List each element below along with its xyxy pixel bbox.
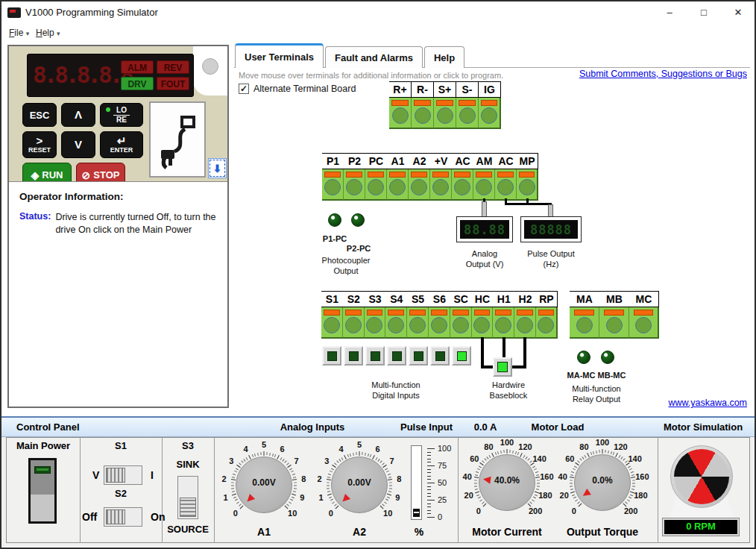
menu-file[interactable]: File ▾ (6, 26, 32, 40)
terminal-socket[interactable] (365, 307, 386, 339)
terminal[interactable]: AC (452, 153, 473, 201)
terminal[interactable]: H2 (514, 291, 536, 339)
close-button[interactable]: ✕ (722, 1, 755, 24)
up-arrow-key[interactable]: Λ (61, 103, 95, 127)
tab[interactable]: Help (424, 46, 464, 68)
slider-track[interactable] (411, 445, 422, 520)
tab[interactable]: User Terminals (235, 43, 324, 68)
terminal-socket[interactable] (517, 169, 538, 201)
terminal-socket[interactable] (495, 169, 517, 201)
feedback-link[interactable]: Submit Comments, Suggestions or Bugs (579, 69, 747, 79)
pulse-input-slider[interactable]: 1007550250 (411, 445, 463, 520)
terminal[interactable]: A2 (409, 153, 430, 201)
digital-input-button[interactable] (409, 346, 428, 366)
terminal-socket[interactable] (434, 98, 456, 129)
terminal-socket[interactable] (387, 169, 409, 201)
terminal-socket[interactable] (344, 169, 365, 201)
mb-mc-led[interactable] (601, 351, 614, 364)
terminal[interactable]: MB (599, 291, 629, 339)
s3-switch-handle[interactable] (180, 498, 196, 517)
s2-switch-handle[interactable] (106, 509, 125, 524)
terminal[interactable]: HC (472, 291, 494, 339)
pulse-output-display[interactable]: 88888 (520, 216, 582, 242)
digital-input-button[interactable] (365, 346, 385, 366)
menu-help[interactable]: Help ▾ (33, 26, 63, 40)
terminal[interactable]: MP (517, 153, 538, 201)
down-arrow-key[interactable]: V (61, 131, 95, 158)
terminal[interactable]: S+ (434, 81, 456, 129)
terminal[interactable]: S- (456, 81, 479, 129)
lo-re-key[interactable]: LORE (100, 103, 143, 127)
digital-input-button[interactable] (430, 346, 450, 366)
terminal[interactable]: P2 (344, 153, 365, 201)
motor-current-knob[interactable]: 40.0% 020406080100120140160180200 (459, 441, 555, 526)
tab[interactable]: Fault and Alarms (325, 46, 423, 68)
esc-key[interactable]: ESC (22, 103, 57, 127)
ma-mc-led[interactable] (577, 351, 590, 364)
s1-switch-handle[interactable] (106, 468, 125, 483)
terminal[interactable]: SC (450, 291, 472, 339)
terminal[interactable]: P1 (322, 153, 344, 201)
maximize-button[interactable]: □ (687, 1, 720, 24)
output-torque-knob[interactable]: 0.0% 020406080100120140160180200 (554, 441, 651, 526)
terminal[interactable]: S4 (385, 291, 407, 339)
terminal-socket[interactable] (570, 307, 599, 339)
digital-input-button[interactable] (387, 346, 406, 366)
reset-key[interactable]: >RESET (22, 131, 57, 158)
terminal[interactable]: R+ (389, 81, 412, 129)
stop-key[interactable]: ⊘STOP (76, 163, 125, 182)
digital-input-button[interactable] (344, 346, 363, 366)
main-power-switch[interactable] (28, 458, 57, 524)
terminal-socket[interactable] (629, 307, 659, 339)
terminal[interactable]: RP (536, 291, 558, 339)
terminal-socket[interactable] (479, 98, 501, 129)
minimize-button[interactable]: – (653, 1, 686, 24)
detach-operator-button[interactable]: ⬇ (208, 158, 227, 178)
terminal-socket[interactable] (536, 307, 558, 339)
baseblock-button[interactable] (493, 357, 512, 377)
terminal-socket[interactable] (321, 307, 343, 339)
terminal-socket[interactable] (389, 98, 412, 129)
terminal[interactable]: H1 (493, 291, 514, 339)
terminal[interactable]: AM (473, 153, 495, 201)
analog-output-display[interactable]: 88.88 (456, 216, 513, 242)
title-bar[interactable]: V1000 Programming Simulator – □ ✕ (1, 1, 755, 24)
terminal-socket[interactable] (407, 307, 429, 339)
a1-knob[interactable]: 0.00V 012345678910 (215, 443, 312, 528)
slider-handle[interactable] (413, 509, 420, 517)
terminal-socket[interactable] (409, 169, 430, 201)
a2-knob[interactable]: 0.00V 012345678910 (311, 443, 408, 528)
terminal[interactable]: S2 (343, 291, 365, 339)
terminal-socket[interactable] (599, 307, 629, 339)
terminal[interactable]: MA (570, 291, 599, 339)
terminal-socket[interactable] (472, 307, 494, 339)
terminal[interactable]: +V (430, 153, 452, 201)
terminal-socket[interactable] (452, 169, 473, 201)
terminal[interactable]: S1 (321, 291, 343, 339)
terminal-socket[interactable] (493, 307, 514, 339)
terminal-socket[interactable] (450, 307, 472, 339)
digital-input-button[interactable] (322, 346, 341, 366)
terminal-socket[interactable] (429, 307, 450, 339)
terminal-socket[interactable] (456, 98, 479, 129)
terminal[interactable]: MC (629, 291, 659, 339)
terminal[interactable]: PC (365, 153, 387, 201)
alternate-board-checkbox[interactable]: ✓ (239, 84, 249, 94)
terminal[interactable]: S6 (429, 291, 450, 339)
terminal-socket[interactable] (365, 169, 387, 201)
enter-key[interactable]: ↵ENTER (100, 131, 143, 158)
terminal-socket[interactable] (473, 169, 495, 201)
terminal[interactable]: AC (495, 153, 517, 201)
s1-switch[interactable] (104, 465, 142, 485)
terminal-socket[interactable] (385, 307, 407, 339)
terminal[interactable]: IG (479, 81, 501, 129)
terminal[interactable]: A1 (387, 153, 409, 201)
s2-switch[interactable] (104, 507, 142, 527)
p2-pc-led[interactable] (351, 213, 365, 227)
yaskawa-link[interactable]: www.yaskawa.com (668, 398, 747, 408)
terminal[interactable]: S3 (365, 291, 386, 339)
terminal-socket[interactable] (343, 307, 365, 339)
p1-pc-led[interactable] (328, 213, 341, 227)
terminal-socket[interactable] (430, 169, 452, 201)
terminal-socket[interactable] (412, 98, 434, 129)
